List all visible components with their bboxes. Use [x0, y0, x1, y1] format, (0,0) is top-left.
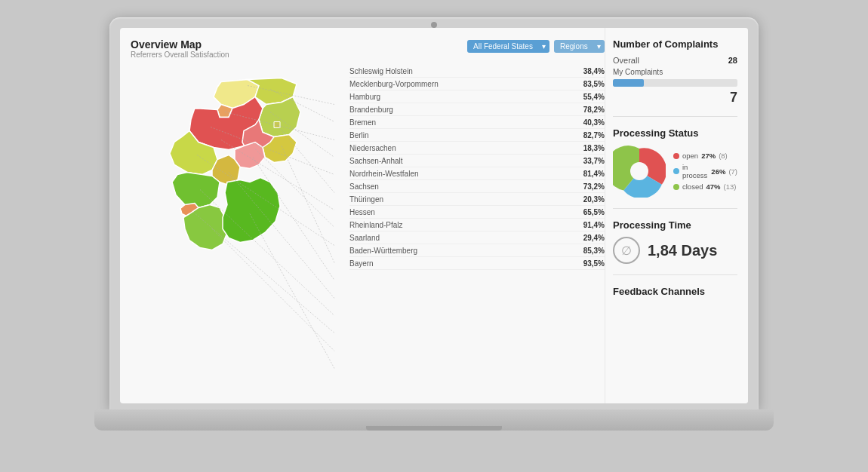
region-name: Sachsen: [349, 182, 379, 191]
region-value: 81,4%: [583, 170, 605, 178]
region-row: Schleswig Holstein 38,4%: [349, 65, 605, 78]
legend-count: (8): [719, 152, 728, 160]
svg-point-16: [630, 162, 648, 180]
region-value: 20,3%: [583, 195, 605, 204]
region-name: Brandenburg: [349, 106, 393, 114]
region-value: 83,5%: [583, 80, 605, 88]
processing-time-content: ∅ 1,84 Days: [613, 237, 737, 264]
legend-label: in process: [682, 163, 708, 179]
region-value: 85,3%: [583, 247, 605, 255]
pie-legend: open 27% (8) in process 26% (7) closed 4…: [673, 152, 737, 191]
region-value: 38,4%: [583, 67, 605, 75]
region-row: Berlin 82,7%: [349, 129, 605, 142]
laptop-container: Overview Map Referrers Overall Satisfact…: [94, 17, 774, 455]
germany-map: [131, 65, 342, 393]
states-dropdown[interactable]: All Federal States: [467, 40, 549, 53]
region-list: Schleswig Holstein 38,4%Mecklenburg-Vorp…: [342, 65, 605, 393]
region-row: Brandenburg 78,2%: [349, 103, 605, 116]
overall-row: Overall 28: [613, 56, 737, 65]
region-value: 29,4%: [583, 234, 605, 242]
region-name: Thüringen: [349, 195, 383, 204]
region-row: Saarland 29,4%: [349, 231, 605, 244]
legend-pct: 26%: [711, 167, 725, 176]
legend-item: in process 26% (7): [673, 163, 737, 179]
region-name: Mecklenburg-Vorpommern: [349, 80, 439, 88]
region-row: Sachsen-Anhalt 33,7%: [349, 155, 605, 167]
legend-dot: [673, 153, 679, 159]
region-value: 40,3%: [583, 118, 605, 127]
screen-bezel: Overview Map Referrers Overall Satisfact…: [109, 17, 759, 409]
processing-time-section: Processing Time ∅ 1,84 Days: [613, 219, 737, 264]
legend-dot: [673, 168, 679, 174]
divider-3: [613, 274, 737, 275]
germany-svg: [131, 65, 342, 393]
pie-chart-svg: [613, 145, 666, 198]
regions-dropdown-wrap[interactable]: Regions: [554, 38, 605, 53]
map-content: Schleswig Holstein 38,4%Mecklenburg-Vorp…: [131, 65, 605, 393]
legend-pct: 47%: [706, 182, 720, 191]
region-name: Rheinland-Pfalz: [349, 221, 403, 229]
pie-container: open 27% (8) in process 26% (7) closed 4…: [613, 145, 737, 198]
legend-item: open 27% (8): [673, 152, 737, 160]
region-value: 82,7%: [583, 131, 605, 139]
map-controls: All Federal States Regions: [467, 38, 605, 53]
region-value: 65,5%: [583, 208, 605, 216]
legend-dot: [673, 184, 679, 190]
my-complaints-value: 7: [613, 90, 737, 106]
region-row: Bremen 40,3%: [349, 116, 605, 129]
region-name: Schleswig Holstein: [349, 67, 413, 75]
screen: Overview Map Referrers Overall Satisfact…: [120, 28, 748, 403]
map-header: Overview Map Referrers Overall Satisfact…: [131, 38, 605, 59]
region-value: 91,4%: [583, 221, 605, 229]
bar-track: [613, 79, 737, 87]
region-row: Niedersachen 18,3%: [349, 142, 605, 155]
camera-dot: [431, 22, 437, 28]
region-row: Hessen 65,5%: [349, 206, 605, 219]
map-section: Overview Map Referrers Overall Satisfact…: [120, 28, 605, 403]
region-row: Bayern 93,5%: [349, 257, 605, 270]
complaints-section: Number of Complaints Overall 28 My Compl…: [613, 38, 737, 106]
processing-status-section: Processing Status: [613, 127, 737, 198]
legend-label: open: [682, 152, 698, 160]
region-value: 18,3%: [583, 144, 605, 152]
region-name: Sachsen-Anhalt: [349, 157, 403, 165]
legend-pct: 27%: [701, 152, 716, 160]
map-subtitle: Referrers Overall Satisfaction: [131, 51, 229, 59]
region-name: Niedersachen: [349, 144, 396, 152]
region-row: Rheinland-Pfalz 91,4%: [349, 219, 605, 231]
region-name: Berlin: [349, 131, 369, 139]
svg-line-9: [282, 146, 334, 263]
avg-icon: ∅: [613, 237, 640, 264]
dashboard: Overview Map Referrers Overall Satisfact…: [120, 28, 748, 403]
region-value: 33,7%: [583, 157, 605, 165]
region-name: Hessen: [349, 208, 375, 216]
region-row: Baden-Württemberg 85,3%: [349, 244, 605, 257]
divider-2: [613, 208, 737, 209]
region-name: Baden-Württemberg: [349, 247, 417, 255]
states-dropdown-wrap[interactable]: All Federal States: [467, 38, 549, 53]
map-title: Overview Map: [131, 38, 229, 51]
my-complaints-label: My Complaints: [613, 68, 737, 76]
region-value: 73,2%: [583, 182, 605, 191]
region-name: Nordrhein-Westfalen: [349, 170, 419, 178]
svg-line-14: [212, 229, 334, 351]
region-value: 55,4%: [583, 93, 605, 101]
region-name: Bayern: [349, 259, 374, 268]
region-row: Hamburg 55,4%: [349, 90, 605, 103]
overall-label: Overall: [613, 56, 639, 65]
processing-time-title: Processing Time: [613, 219, 737, 231]
my-complaints-bar: My Complaints 7: [613, 68, 737, 106]
divider-1: [613, 116, 737, 117]
region-value: 93,5%: [583, 259, 605, 268]
right-panel: Number of Complaints Overall 28 My Compl…: [605, 28, 748, 403]
overall-value: 28: [728, 56, 737, 65]
region-row: Thüringen 20,3%: [349, 193, 605, 206]
regions-dropdown[interactable]: Regions: [554, 40, 605, 53]
region-name: Hamburg: [349, 93, 380, 101]
region-value: 78,2%: [583, 106, 605, 114]
bar-fill: [613, 79, 644, 87]
processing-status-title: Processing Status: [613, 127, 737, 139]
legend-item: closed 47% (13): [673, 182, 737, 191]
legend-count: (7): [728, 167, 737, 176]
legend-count: (13): [723, 182, 736, 191]
